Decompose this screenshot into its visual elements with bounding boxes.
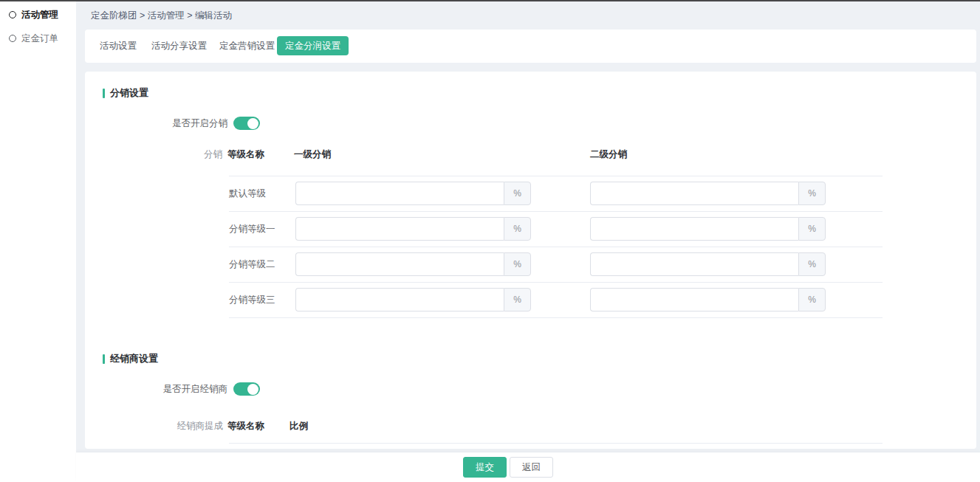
- footer-bar: 提交 返回: [76, 452, 980, 482]
- percent-suffix: %: [798, 252, 826, 276]
- row-level-name: 分销等级一: [229, 217, 275, 241]
- level1-percent-input[interactable]: [295, 288, 504, 311]
- table-divider: [229, 282, 883, 283]
- level1-percent-input[interactable]: [295, 252, 504, 276]
- percent-suffix: %: [504, 182, 531, 205]
- circle-icon: [9, 35, 16, 42]
- table-divider: [229, 247, 883, 247]
- level1-input-group: %: [295, 217, 531, 241]
- column-header-level1: 一级分销: [294, 148, 331, 161]
- table-divider: [229, 176, 883, 176]
- top-divider: [0, 0, 980, 1]
- table-row: 分销等级二 % %: [85, 252, 976, 276]
- percent-suffix: %: [504, 217, 531, 241]
- circle-icon: [9, 11, 16, 18]
- section-title-distribution: 分销设置: [103, 87, 148, 99]
- level2-percent-input[interactable]: [590, 252, 798, 276]
- toggle-knob: [247, 384, 258, 395]
- column-header-level-name: 等级名称: [227, 420, 264, 433]
- dealer-toggle-label: 是否开启经销商: [85, 382, 227, 396]
- back-button[interactable]: 返回: [510, 457, 553, 478]
- level2-input-group: %: [590, 252, 826, 276]
- section-accent-bar: [103, 354, 105, 364]
- toggle-knob: [247, 118, 258, 129]
- sidebar-item-label: 定金订单: [21, 32, 58, 45]
- level2-input-group: %: [590, 288, 826, 311]
- tab-deposit-profit-settings[interactable]: 定金分润设置: [277, 36, 349, 55]
- percent-suffix: %: [504, 288, 531, 311]
- row-group-label: 分销: [204, 148, 222, 161]
- sidebar-item-deposit-orders[interactable]: 定金订单: [0, 30, 76, 47]
- table-divider: [229, 443, 883, 444]
- level2-percent-input[interactable]: [590, 217, 798, 241]
- table-divider: [229, 317, 883, 318]
- level1-percent-input[interactable]: [295, 217, 504, 241]
- row-level-name: 分销等级二: [229, 252, 275, 276]
- row-level-name: 分销等级三: [229, 288, 275, 311]
- sidebar-item-label: 活动管理: [21, 9, 58, 21]
- submit-button[interactable]: 提交: [463, 457, 507, 478]
- level2-percent-input[interactable]: [590, 288, 798, 311]
- dealer-toggle[interactable]: [233, 382, 260, 396]
- sidebar: 活动管理 定金订单: [0, 1, 76, 482]
- level2-input-group: %: [590, 182, 826, 205]
- level1-percent-input[interactable]: [295, 182, 504, 205]
- table-row: 默认等级 % %: [85, 182, 976, 205]
- distribution-toggle-label: 是否开启分销: [85, 117, 227, 130]
- tabs-bar: 活动设置 活动分享设置 定金营销设置 定金分润设置: [85, 30, 976, 63]
- tab-activity-share-settings[interactable]: 活动分享设置: [151, 30, 207, 63]
- level1-input-group: %: [295, 288, 531, 311]
- app-window: 活动管理 定金订单 定金阶梯团 > 活动管理 > 编辑活动 活动设置 活动分享设…: [0, 0, 980, 482]
- section-accent-bar: [103, 89, 105, 98]
- tab-deposit-marketing-settings[interactable]: 定金营销设置: [219, 30, 275, 63]
- section-title-dealer: 经销商设置: [103, 353, 158, 365]
- sidebar-item-activity-management[interactable]: 活动管理: [0, 6, 76, 24]
- table-row: 分销等级一 % %: [85, 217, 976, 241]
- level1-input-group: %: [295, 182, 531, 205]
- breadcrumb: 定金阶梯团 > 活动管理 > 编辑活动: [91, 10, 232, 22]
- level2-input-group: %: [590, 217, 826, 241]
- percent-suffix: %: [798, 182, 826, 205]
- percent-suffix: %: [798, 288, 826, 311]
- percent-suffix: %: [798, 217, 826, 241]
- column-header-ratio: 比例: [289, 420, 308, 433]
- column-header-level2: 二级分销: [590, 148, 627, 161]
- row-group-label: 经销商提成: [131, 420, 223, 433]
- row-level-name: 默认等级: [229, 182, 266, 205]
- column-header-level-name: 等级名称: [227, 148, 264, 161]
- percent-suffix: %: [504, 252, 531, 276]
- level2-percent-input[interactable]: [590, 182, 798, 205]
- tab-activity-settings[interactable]: 活动设置: [100, 30, 137, 63]
- table-divider: [229, 211, 883, 212]
- level1-input-group: %: [295, 252, 531, 276]
- settings-panel: 分销设置 是否开启分销 分销 等级名称 一级分销 二级分销 默认等级 % %: [85, 72, 976, 449]
- table-row: 分销等级三 % %: [85, 288, 976, 311]
- distribution-toggle[interactable]: [233, 117, 260, 130]
